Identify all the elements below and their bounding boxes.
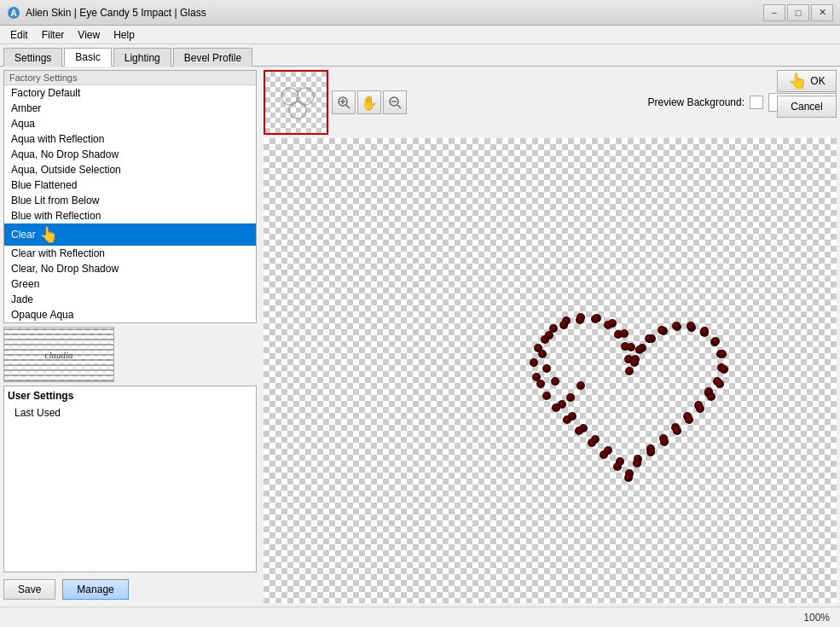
canvas-area	[264, 138, 837, 603]
svg-point-59	[627, 343, 635, 351]
list-item-blue-flattened[interactable]: Blue Flattened	[4, 177, 256, 193]
maximize-button[interactable]: □	[787, 4, 809, 21]
svg-point-84	[552, 403, 560, 412]
settings-list-header: Factory Settings	[4, 71, 256, 85]
svg-point-80	[600, 450, 608, 459]
tab-basic[interactable]: Basic	[64, 48, 111, 67]
svg-point-58	[620, 329, 629, 338]
list-item-clear-no-drop-shadow[interactable]: Clear, No Drop Shadow	[4, 261, 256, 276]
list-item[interactable]: Factory Default	[4, 85, 256, 101]
svg-point-83	[563, 415, 571, 424]
pointer-icon: 👆	[39, 225, 58, 244]
ok-cancel-area: 👆 OK Cancel	[777, 70, 837, 118]
save-button[interactable]: Save	[3, 579, 55, 600]
settings-list[interactable]: Factory Default Amber Aqua Aqua with Ref…	[4, 85, 256, 322]
cancel-button[interactable]: Cancel	[777, 96, 837, 118]
svg-point-55	[576, 316, 584, 324]
menu-bar: Edit Filter View Help	[0, 26, 840, 44]
app-icon: A	[7, 6, 20, 20]
window-title: Alien Skin | Eye Candy 5 Impact | Glass	[26, 7, 763, 19]
svg-point-82	[575, 427, 583, 435]
preview-thumbnail	[264, 70, 328, 135]
tabs-bar: Settings Basic Lighting Bevel Profile	[0, 44, 840, 67]
menu-edit[interactable]: Edit	[3, 26, 35, 44]
svg-point-70	[715, 380, 724, 388]
svg-point-81	[588, 438, 596, 447]
close-button[interactable]: ✕	[811, 4, 833, 21]
svg-point-3	[297, 88, 314, 105]
window-controls: − □ ✕	[763, 4, 833, 21]
pan-tool[interactable]: ✋	[357, 90, 381, 114]
ok-button[interactable]: 👆 OK	[777, 70, 837, 92]
manage-button[interactable]: Manage	[62, 579, 128, 600]
list-item-blue-lit-from-below[interactable]: Blue Lit from Below	[4, 193, 256, 208]
title-bar: A Alien Skin | Eye Candy 5 Impact | Glas…	[0, 0, 840, 26]
svg-point-87	[566, 393, 575, 402]
list-item-clear[interactable]: Clear 👆	[4, 224, 256, 246]
zoom-level: 100%	[803, 612, 830, 624]
list-item-green[interactable]: Green	[4, 276, 256, 292]
tab-settings[interactable]: Settings	[3, 48, 62, 67]
svg-point-53	[545, 331, 553, 340]
ok-label: OK	[810, 75, 825, 87]
svg-line-6	[346, 105, 350, 108]
svg-point-64	[672, 322, 681, 330]
user-settings-last-used[interactable]: Last Used	[8, 405, 252, 421]
left-panel: Factory Settings Factory Default Amber A…	[0, 67, 260, 607]
svg-point-73	[685, 415, 693, 424]
tab-bevel-profile[interactable]: Bevel Profile	[173, 48, 252, 67]
svg-point-66	[700, 327, 709, 335]
preview-bg-label: Preview Background:	[648, 96, 744, 108]
svg-point-85	[542, 392, 551, 400]
list-item-aqua-with-reflection[interactable]: Aqua with Reflection	[4, 131, 256, 147]
preview-image-box: claudia	[3, 327, 114, 382]
pan-icon: ✋	[361, 95, 378, 111]
menu-filter[interactable]: Filter	[35, 26, 72, 44]
svg-point-74	[673, 427, 681, 435]
svg-point-52	[534, 344, 542, 352]
bg-color-swatch[interactable]	[750, 96, 763, 109]
list-item[interactable]: Amber	[4, 101, 256, 116]
status-bar: 100%	[0, 607, 840, 627]
svg-point-69	[720, 365, 728, 374]
heart-preview	[461, 253, 820, 578]
svg-point-60	[630, 358, 639, 367]
svg-point-13	[542, 364, 551, 373]
bottom-buttons: Save Manage	[3, 576, 257, 603]
right-area: 👆 OK Cancel	[260, 67, 840, 607]
svg-point-12	[551, 377, 559, 386]
main-area: Factory Settings Factory Default Amber A…	[0, 67, 840, 607]
svg-point-57	[608, 319, 617, 328]
svg-point-54	[559, 321, 568, 329]
tab-lighting[interactable]: Lighting	[113, 48, 171, 67]
svg-point-79	[613, 462, 622, 471]
menu-help[interactable]: Help	[107, 26, 142, 44]
svg-point-63	[658, 326, 666, 334]
svg-point-2	[281, 88, 298, 105]
svg-line-10	[397, 105, 401, 108]
list-item-aqua-no-drop-shadow[interactable]: Aqua, No Drop Shadow	[4, 147, 256, 162]
zoom-in-tool[interactable]	[332, 90, 356, 114]
minimize-button[interactable]: −	[763, 4, 785, 21]
zoom-out-tool[interactable]	[383, 90, 407, 114]
svg-point-78	[624, 473, 633, 482]
menu-view[interactable]: View	[71, 26, 107, 44]
list-item-aqua-outside-selection[interactable]: Aqua, Outside Selection	[4, 162, 256, 177]
svg-text:A: A	[10, 9, 16, 18]
svg-point-75	[660, 438, 669, 446]
svg-point-62	[645, 334, 653, 343]
svg-point-86	[536, 380, 545, 388]
tool-buttons: ✋	[332, 90, 407, 114]
svg-point-24	[625, 367, 634, 375]
svg-point-67	[711, 337, 720, 345]
list-item[interactable]: Aqua	[4, 116, 256, 131]
svg-point-76	[646, 448, 655, 456]
list-item-clear-with-reflection[interactable]: Clear with Reflection	[4, 246, 256, 261]
list-item-jade[interactable]: Jade	[4, 292, 256, 307]
list-item-opaque-aqua[interactable]: Opaque Aqua	[4, 307, 256, 322]
preview-strip: claudia	[3, 327, 257, 382]
svg-point-61	[635, 345, 644, 354]
list-item-blue-with-reflection[interactable]: Blue with Reflection	[4, 208, 256, 224]
svg-point-89	[704, 387, 713, 396]
ok-pointer-icon: 👆	[788, 72, 807, 90]
